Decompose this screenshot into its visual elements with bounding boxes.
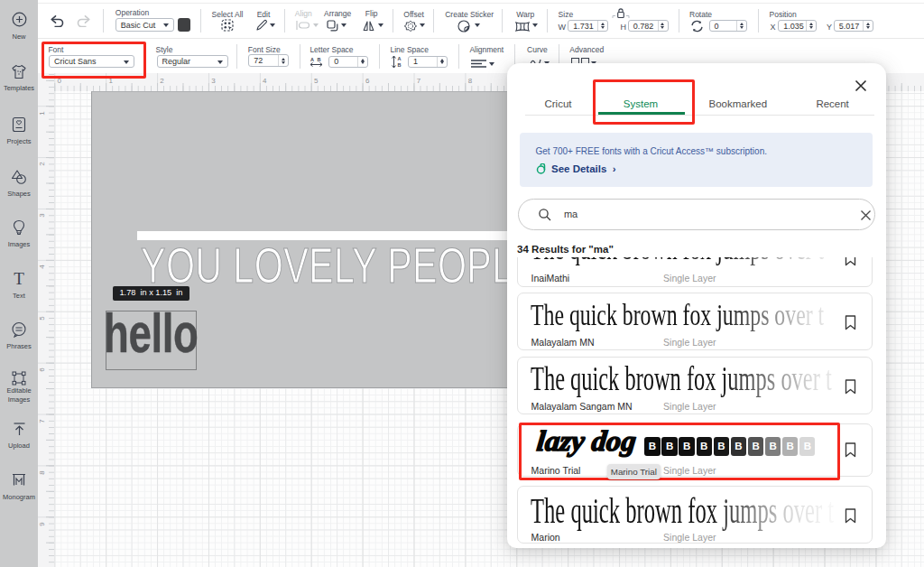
svg-text:A: A [310,57,314,62]
svg-text:B: B [318,57,321,62]
svg-text:A: A [397,56,401,61]
svg-text:B: B [397,62,401,68]
